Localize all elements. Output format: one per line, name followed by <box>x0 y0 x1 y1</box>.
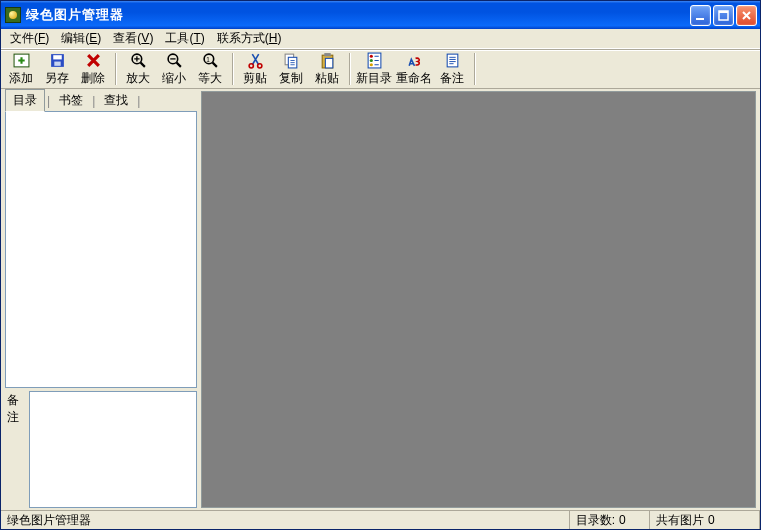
paste-icon <box>319 52 336 69</box>
zoomfit-button[interactable]: 1 等大 <box>192 51 228 87</box>
status-app: 绿色图片管理器 <box>1 511 570 530</box>
cut-icon <box>247 52 264 69</box>
menu-view[interactable]: 查看(V) <box>107 28 159 49</box>
tab-search[interactable]: 查找 <box>97 90 135 111</box>
sidebar-tabs: 目录 | 书签 | 查找 | <box>5 91 197 111</box>
saveas-button[interactable]: 另存 <box>39 51 75 87</box>
svg-rect-5 <box>53 55 62 59</box>
menu-edit[interactable]: 编辑(E) <box>55 28 107 49</box>
tab-separator: | <box>135 94 142 108</box>
status-images-count: 0 <box>704 513 732 527</box>
add-button[interactable]: 添加 <box>3 51 39 87</box>
menu-tools[interactable]: 工具(T) <box>159 28 210 49</box>
cut-button[interactable]: 剪贴 <box>237 51 273 87</box>
tab-separator: | <box>45 94 52 108</box>
image-viewer[interactable] <box>201 91 756 508</box>
svg-text:1: 1 <box>206 55 210 62</box>
menu-contact[interactable]: 联系方式(H) <box>211 28 288 49</box>
svg-rect-0 <box>696 18 704 20</box>
titlebar: 绿色图片管理器 <box>1 1 760 29</box>
menubar: 文件(F) 编辑(E) 查看(V) 工具(T) 联系方式(H) <box>1 29 760 49</box>
paste-button[interactable]: 粘贴 <box>309 51 345 87</box>
toolbar: 添加 另存 删除 放大 缩小 1 等大 剪贴 复制 粘贴 新目录 重命名 <box>1 49 760 89</box>
toolbar-separator <box>474 53 475 85</box>
svg-point-12 <box>257 63 261 67</box>
copy-icon <box>283 52 300 69</box>
minimize-button[interactable] <box>690 5 711 26</box>
tab-catalog[interactable]: 目录 <box>5 89 45 112</box>
svg-point-19 <box>369 54 372 57</box>
rename-button[interactable]: 重命名 <box>394 51 434 87</box>
close-button[interactable] <box>736 5 757 26</box>
menu-file[interactable]: 文件(F) <box>4 28 55 49</box>
status-dir: 目录数: 0 <box>570 511 650 530</box>
svg-point-21 <box>369 63 372 66</box>
zoomout-icon <box>166 52 183 69</box>
main-area: 目录 | 书签 | 查找 | 备注 <box>1 89 760 510</box>
catalog-list[interactable] <box>5 111 197 388</box>
statusbar: 绿色图片管理器 目录数: 0 共有图片 0 <box>1 510 760 530</box>
copy-button[interactable]: 复制 <box>273 51 309 87</box>
delete-icon <box>85 52 102 69</box>
zoomin-button[interactable]: 放大 <box>120 51 156 87</box>
zoomout-button[interactable]: 缩小 <box>156 51 192 87</box>
svg-point-20 <box>369 58 372 61</box>
window-title: 绿色图片管理器 <box>26 6 690 24</box>
rename-icon <box>406 52 423 69</box>
svg-rect-16 <box>324 53 330 56</box>
svg-rect-17 <box>325 58 332 68</box>
toolbar-separator <box>232 53 233 85</box>
svg-rect-22 <box>447 54 458 67</box>
maximize-button[interactable] <box>713 5 734 26</box>
notes-icon <box>444 52 461 69</box>
tab-bookmarks[interactable]: 书签 <box>52 90 90 111</box>
toolbar-separator <box>349 53 350 85</box>
svg-rect-6 <box>54 61 60 65</box>
toolbar-separator <box>115 53 116 85</box>
zoomfit-icon: 1 <box>202 52 219 69</box>
svg-rect-2 <box>719 11 728 13</box>
status-images: 共有图片 0 <box>650 511 760 530</box>
app-icon <box>5 7 21 23</box>
zoomin-icon <box>130 52 147 69</box>
tab-separator: | <box>90 94 97 108</box>
newdir-icon <box>366 52 383 69</box>
delete-button[interactable]: 删除 <box>75 51 111 87</box>
notes-button[interactable]: 备注 <box>434 51 470 87</box>
newdir-button[interactable]: 新目录 <box>354 51 394 87</box>
sidebar: 目录 | 书签 | 查找 | 备注 <box>1 89 199 510</box>
save-icon <box>49 52 66 69</box>
notes-box[interactable] <box>29 391 197 508</box>
status-dir-count: 0 <box>615 513 643 527</box>
notes-label: 备注 <box>5 388 29 508</box>
svg-point-11 <box>249 63 253 67</box>
add-icon <box>13 52 30 69</box>
